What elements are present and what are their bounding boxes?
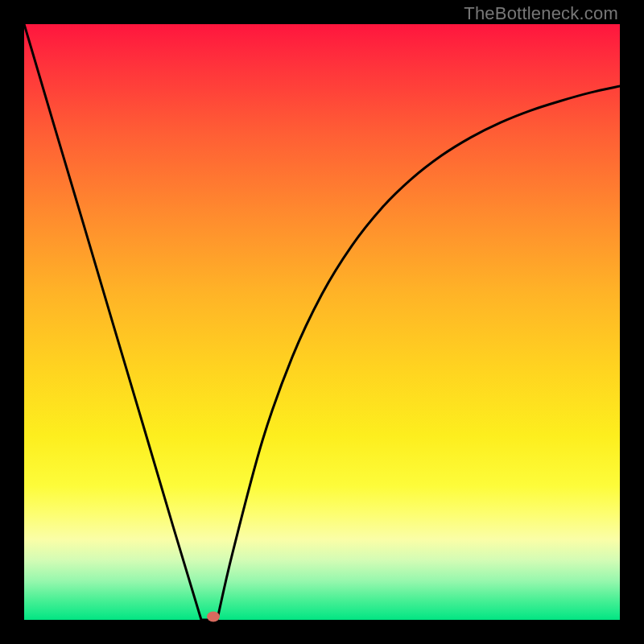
attribution-text: TheBottleneck.com (464, 3, 618, 24)
curve-path (24, 24, 620, 620)
bottleneck-curve (24, 24, 620, 620)
optimal-point-marker (207, 612, 220, 622)
chart-plot-area (24, 24, 620, 620)
